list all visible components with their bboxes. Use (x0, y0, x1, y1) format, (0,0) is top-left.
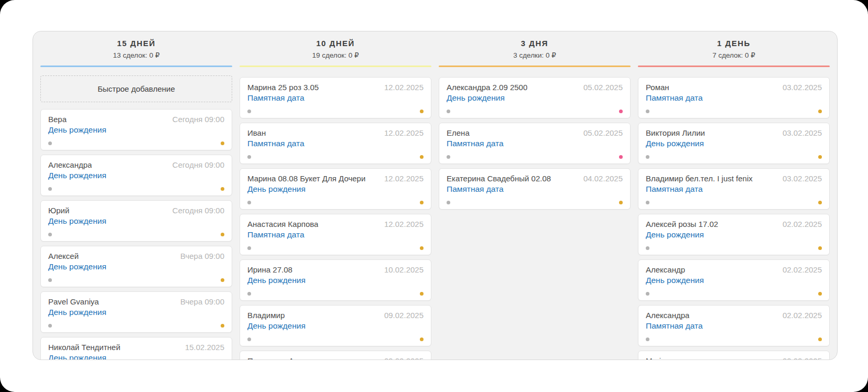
status-dot-colored-icon (818, 110, 822, 113)
status-dot-gray-icon (48, 278, 52, 282)
deal-tag-link[interactable]: День рождения (247, 184, 306, 194)
deal-date: 12.02.2025 (384, 128, 424, 137)
deal-name: Mariya (646, 356, 669, 360)
status-dot-colored-icon (420, 337, 424, 341)
deal-status-row (48, 233, 224, 236)
deal-card-header: Николай Тендитней 15.02.2025 (48, 343, 224, 352)
column-accent-line (40, 66, 232, 67)
deal-tag-link[interactable]: Памятная дата (447, 139, 504, 148)
deal-card[interactable]: Екатерина Свадебный 02.08 04.02.2025 Пам… (439, 168, 631, 210)
column-header: 10 ДНЕЙ 19 сделок: 0 ₽ (240, 31, 431, 59)
deal-name: Александра 2.09 2500 (447, 83, 527, 92)
deal-name: Алексей розы 17.02 (646, 220, 718, 228)
deal-tag-link[interactable]: Памятная дата (447, 184, 504, 194)
status-dot-gray-icon (48, 233, 52, 236)
deal-card[interactable]: Александр 02.02.2025 День рождения (638, 259, 830, 301)
deal-card[interactable]: Виктория Лилии 03.02.2025 День рождения (638, 123, 830, 164)
deal-card[interactable]: Александра 2.09 2500 05.02.2025 День рож… (439, 77, 631, 118)
deal-card[interactable]: Ирина 27.08 10.02.2025 День рождения (240, 259, 431, 301)
deal-date: 05.02.2025 (583, 128, 623, 137)
status-dot-gray-icon (646, 110, 649, 113)
deal-tag-link[interactable]: День рождения (247, 321, 306, 331)
deal-tag-link[interactable]: Памятная дата (247, 139, 305, 148)
deal-tag-link[interactable]: День рождения (48, 262, 106, 271)
deal-card[interactable]: Алексей розы 17.02 02.02.2025 День рожде… (638, 214, 830, 255)
deal-status-row (646, 201, 822, 204)
deal-status-row (447, 155, 623, 159)
deal-date: 03.02.2025 (783, 128, 822, 137)
deal-tag-link[interactable]: День рождения (48, 353, 106, 360)
deal-status-row (247, 201, 424, 204)
deal-card[interactable]: Mariya 02.02.2025 Памятная дата (638, 351, 830, 360)
deal-tag-link[interactable]: Памятная дата (646, 184, 703, 194)
deal-status-row (48, 324, 224, 328)
deal-tag-link[interactable]: День рождения (48, 216, 106, 226)
column-accent-line (240, 66, 431, 67)
deal-card[interactable]: Владимир бел.тел. I just fenix 03.02.202… (638, 168, 830, 210)
deal-date: 03.02.2025 (783, 83, 822, 92)
status-dot-gray-icon (48, 141, 52, 145)
deal-card-header: Алексей розы 17.02 02.02.2025 (646, 220, 822, 228)
deal-tag-link[interactable]: Памятная дата (646, 93, 703, 103)
deal-card[interactable]: Иван 12.02.2025 Памятная дата (240, 123, 431, 164)
deal-name: Вера (48, 115, 67, 124)
quick-add-button[interactable]: Быстрое добавление (40, 75, 232, 102)
deal-card[interactable]: Pavel Gvaniya Вчера 09:00 День рождения (40, 291, 232, 333)
status-dot-gray-icon (247, 337, 251, 341)
deal-date: Вчера 09:00 (180, 252, 224, 260)
deal-card[interactable]: Марина 08.08 Букет Для Дочери 12.02.2025… (240, 168, 431, 210)
deal-card-header: Владимир бел.тел. I just fenix 03.02.202… (646, 174, 822, 183)
deal-card-header: Марина 08.08 Букет Для Дочери 12.02.2025 (247, 174, 424, 183)
deal-card[interactable]: Александра Сегодня 09:00 День рождения (40, 155, 232, 196)
deal-card[interactable]: Алексей Вчера 09:00 День рождения (40, 246, 232, 287)
deal-card[interactable]: Вера Сегодня 09:00 День рождения (40, 109, 232, 150)
deal-tag-link[interactable]: Памятная дата (247, 230, 305, 239)
deal-card[interactable]: Анастасия Карпова 12.02.2025 Памятная да… (240, 214, 431, 255)
status-dot-colored-icon (619, 201, 623, 204)
deal-date: 02.02.2025 (783, 311, 822, 320)
deal-tag-link[interactable]: День рождения (646, 139, 704, 148)
deal-card-header: Анастасия Карпова 12.02.2025 (247, 220, 424, 228)
deal-card[interactable]: Роман 03.02.2025 Памятная дата (638, 77, 830, 118)
column-deal-count: 19 сделок: 0 ₽ (240, 51, 431, 59)
deal-card-header: Марина 25 роз 3.05 12.02.2025 (247, 83, 424, 92)
status-dot-gray-icon (447, 155, 450, 159)
deal-name: Александр (646, 265, 685, 274)
deal-date: 12.02.2025 (384, 83, 424, 92)
deal-card-header: Владимир 09.02.2025 (247, 311, 424, 320)
deal-tag-link[interactable]: Памятная дата (646, 321, 703, 331)
deal-tag-link[interactable]: День рождения (48, 125, 106, 135)
pipeline-column: 3 ДНЯ 3 сделки: 0 ₽ Александра 2.09 2500… (439, 31, 631, 360)
status-dot-gray-icon (247, 201, 251, 204)
deal-card-header: Ирина 27.08 10.02.2025 (247, 265, 424, 274)
deal-card-header: Вера Сегодня 09:00 (48, 115, 224, 124)
status-dot-gray-icon (646, 201, 649, 204)
deal-tag-link[interactable]: День рождения (646, 276, 704, 285)
column-title: 1 ДЕНЬ (638, 39, 830, 48)
deal-tag-link[interactable]: Памятная дата (247, 93, 305, 103)
deal-status-row (646, 292, 822, 296)
deal-tag-link[interactable]: День рождения (646, 230, 704, 239)
status-dot-colored-icon (420, 201, 424, 204)
status-dot-gray-icon (646, 337, 649, 341)
deal-status-row (646, 155, 822, 159)
deal-name: Николай Тендитней (48, 343, 121, 352)
deal-name: Иван (247, 128, 266, 137)
deal-card[interactable]: Юрий Сегодня 09:00 День рождения (40, 200, 232, 242)
deal-name: Юрий (48, 206, 69, 215)
deal-tag-link[interactable]: День рождения (447, 93, 505, 103)
deal-tag-link[interactable]: День рождения (48, 308, 106, 317)
deal-card[interactable]: Александра 02.02.2025 Памятная дата (638, 305, 830, 346)
deal-tag-link[interactable]: День рождения (48, 171, 106, 180)
deal-card-header: Екатерина Свадебный 02.08 04.02.2025 (447, 174, 623, 183)
deal-card[interactable]: Владимир 09.02.2025 День рождения (240, 305, 431, 346)
deal-name: Анастасия Карпова (247, 220, 318, 228)
deal-status-row (247, 110, 424, 113)
status-dot-gray-icon (48, 187, 52, 191)
deal-card[interactable]: Марина 25 роз 3.05 12.02.2025 Памятная д… (240, 77, 431, 118)
deal-card[interactable]: Елена 05.02.2025 Памятная дата (439, 123, 631, 164)
deal-tag-link[interactable]: День рождения (247, 276, 306, 285)
deal-card[interactable]: Приходько Александр 09.02.2025 День рожд… (240, 351, 431, 360)
deal-card[interactable]: Николай Тендитней 15.02.2025 День рожден… (40, 337, 232, 360)
column-cards: Вера Сегодня 09:00 День рождения Алексан… (40, 109, 232, 360)
